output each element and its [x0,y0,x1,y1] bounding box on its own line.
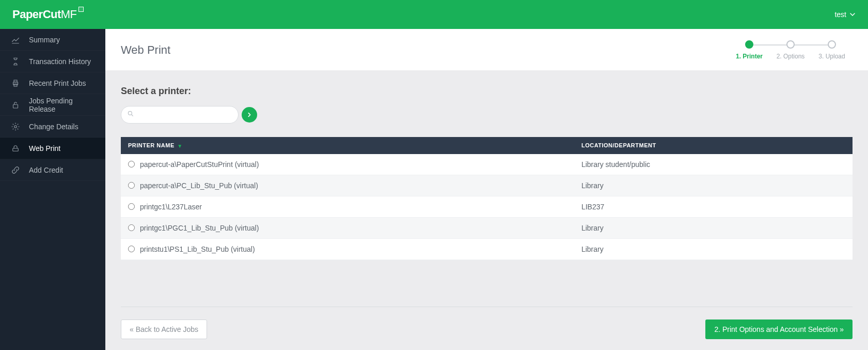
step-printer[interactable]: 1. Printer [729,40,770,60]
printer-location: Library [574,238,853,260]
brand: PaperCutMF [12,8,77,21]
printer-option[interactable]: papercut-a\PC_Lib_Stu_Pub (virtual) [128,181,567,190]
table-row[interactable]: printgc1\L237Laser LIB237 [121,196,853,217]
svg-rect-1 [14,80,17,82]
gear-icon [10,121,21,132]
sidebar-item-label: Web Print [29,144,60,153]
search-input[interactable] [121,106,239,124]
sidebar: Summary Transaction History Recent Print… [0,29,105,350]
printer-icon [10,78,21,88]
sidebar-item-add-credit[interactable]: Add Credit [0,159,105,181]
table-row[interactable]: papercut-a\PC_Lib_Stu_Pub (virtual) Libr… [121,175,853,196]
user-dropdown[interactable]: test [834,10,856,19]
svg-rect-5 [13,148,19,151]
hourglass-icon [10,56,21,67]
sidebar-item-change-details[interactable]: Change Details [0,116,105,138]
svg-point-4 [14,125,17,128]
sidebar-item-summary[interactable]: Summary [0,29,105,51]
sidebar-item-transaction-history[interactable]: Transaction History [0,51,105,72]
sidebar-item-jobs-pending-release[interactable]: Jobs Pending Release [0,94,105,116]
sidebar-item-label: Add Credit [29,166,63,174]
next-button[interactable]: 2. Print Options and Account Selection » [705,319,853,339]
table-row[interactable]: papercut-a\PaperCutStuPrint (virtual) Li… [121,154,853,175]
sidebar-item-label: Jobs Pending Release [29,97,95,113]
printer-option[interactable]: printstu1\PS1_Lib_Stu_Pub (virtual) [128,245,567,253]
printer-name: papercut-a\PC_Lib_Stu_Pub (virtual) [140,181,258,190]
step-dot-icon [786,40,795,49]
sort-desc-icon: ▼ [177,143,182,149]
back-button[interactable]: « Back to Active Jobs [121,319,207,339]
search-wrap [121,106,853,124]
section-title: Select a printer: [121,86,853,97]
printer-radio[interactable] [128,182,135,189]
printer-location: Library [574,217,853,238]
page-title: Web Print [121,43,170,57]
user-label: test [834,10,846,19]
printer-location: LIB237 [574,196,853,217]
sidebar-item-label: Transaction History [29,57,91,66]
step-dot-icon [828,40,836,49]
printer-table: PRINTER NAME ▼ LOCATION/DEPARTMENT [121,137,853,260]
link-icon [10,165,21,175]
page-header: Web Print 1. Printer 2. Options 3. Uploa… [105,29,868,70]
step-label: 2. Options [777,53,805,60]
col-printer-name[interactable]: PRINTER NAME ▼ [121,137,574,154]
svg-rect-2 [14,84,17,86]
printer-name: printstu1\PS1_Lib_Stu_Pub (virtual) [140,245,255,253]
sidebar-item-label: Recent Print Jobs [29,79,86,87]
stepper: 1. Printer 2. Options 3. Upload [729,40,853,60]
printer-name: printgc1\PGC1_Lib_Stu_Pub (virtual) [140,224,259,232]
chevron-right-icon [247,112,252,117]
content: Select a printer: PRINTER NAME [105,70,868,350]
sidebar-item-recent-print-jobs[interactable]: Recent Print Jobs [0,72,105,94]
logo-chip-icon [78,7,84,12]
printer-option[interactable]: printgc1\PGC1_Lib_Stu_Pub (virtual) [128,224,567,232]
printer-radio[interactable] [128,161,135,168]
col-location[interactable]: LOCATION/DEPARTMENT [574,137,853,154]
step-label: 3. Upload [818,53,845,60]
search-icon [127,110,134,119]
printer-option[interactable]: papercut-a\PaperCutStuPrint (virtual) [128,160,567,169]
printer-location: Library [574,175,853,196]
step-options[interactable]: 2. Options [770,40,811,60]
table-row[interactable]: printstu1\PS1_Lib_Stu_Pub (virtual) Libr… [121,238,853,260]
chart-line-icon [10,35,21,45]
step-dot-icon [745,40,753,49]
search-box [121,106,239,124]
step-label: 1. Printer [736,53,763,60]
search-submit-button[interactable] [242,107,257,123]
svg-point-6 [128,111,132,115]
printer-radio[interactable] [128,224,135,231]
printer-location: Library student/public [574,154,853,175]
printer-name: printgc1\L237Laser [140,203,202,211]
sidebar-item-label: Summary [29,36,60,44]
sidebar-item-label: Change Details [29,123,78,131]
step-upload[interactable]: 3. Upload [811,40,853,60]
chevron-down-icon [849,11,856,18]
sidebar-item-web-print[interactable]: Web Print [0,138,105,159]
topbar: PaperCutMF test [0,0,868,29]
table-row[interactable]: printgc1\PGC1_Lib_Stu_Pub (virtual) Libr… [121,217,853,238]
printer-radio[interactable] [128,203,135,210]
footer-actions: « Back to Active Jobs 2. Print Options a… [121,307,853,339]
printer-option[interactable]: printgc1\L237Laser [128,203,567,211]
main: Web Print 1. Printer 2. Options 3. Uploa… [105,29,868,350]
printer-name: papercut-a\PaperCutStuPrint (virtual) [140,160,259,169]
cloud-print-icon [10,143,21,154]
svg-rect-3 [13,104,18,108]
lock-open-icon [10,100,21,110]
printer-radio[interactable] [128,246,135,252]
logo: PaperCutMF [12,8,84,21]
